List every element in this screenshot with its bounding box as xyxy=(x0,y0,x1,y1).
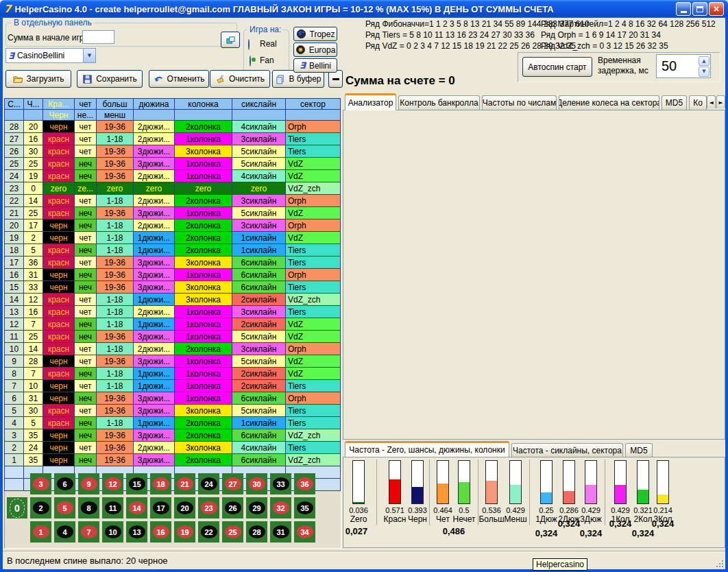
board-number-26[interactable]: 26 xyxy=(222,497,243,519)
copy-to-clipboard-icon xyxy=(275,74,285,84)
board-number-27[interactable]: 27 xyxy=(222,473,243,494)
board-number-0[interactable]: 0 xyxy=(7,497,27,519)
delay-spinner-up-button[interactable]: ▲ xyxy=(699,56,709,67)
clear-button[interactable]: Очистить xyxy=(210,70,270,88)
history-cell: 19-36 xyxy=(97,257,134,269)
clear-button-label: Очистить xyxy=(229,74,265,84)
history-cell: 2дюжи... xyxy=(134,121,175,133)
tab-wheel-sectors[interactable]: Деление колеса на сектора xyxy=(559,95,659,110)
maximize-button[interactable] xyxy=(692,2,707,16)
history-cell: 4сиклайн xyxy=(232,170,286,182)
board-number-12[interactable]: 12 xyxy=(102,473,123,494)
combo-dropdown-button[interactable]: ▼ xyxy=(83,49,95,62)
board-number-28[interactable]: 28 xyxy=(246,521,267,543)
history-cell: 5сиклайн xyxy=(232,331,286,343)
board-number-32[interactable]: 32 xyxy=(270,497,291,519)
board-number-11[interactable]: 11 xyxy=(102,497,123,519)
start-sum-label: Сумма в начале игры xyxy=(8,33,90,43)
delay-spinner-down-button[interactable]: ▼ xyxy=(699,67,709,77)
board-number-21[interactable]: 21 xyxy=(174,473,195,494)
tab-more[interactable]: Ко xyxy=(689,95,707,110)
undo-button[interactable]: Отменить xyxy=(149,70,209,88)
radio-real-label: Real xyxy=(260,39,277,49)
minimize-button[interactable] xyxy=(676,2,691,16)
tropez-button[interactable]: Tropez xyxy=(293,27,337,41)
history-cell: черн xyxy=(43,429,75,442)
history-cell: Tiers xyxy=(286,417,341,429)
board-number-4[interactable]: 4 xyxy=(54,521,75,543)
history-cell: 6сиклайн xyxy=(232,429,286,442)
history-cell: 1колонка xyxy=(175,355,232,368)
history-cell: красн xyxy=(43,405,75,417)
history-cell: 19 xyxy=(24,170,43,182)
europa-button[interactable]: Europa xyxy=(293,43,337,57)
load-button[interactable]: Загрузить xyxy=(5,70,71,88)
board-number-6[interactable]: 6 xyxy=(54,473,75,494)
board-number-24[interactable]: 24 xyxy=(198,473,219,494)
board-number-9[interactable]: 9 xyxy=(78,473,99,494)
board-number-36[interactable]: 36 xyxy=(294,473,315,494)
board-number-23[interactable]: 23 xyxy=(198,497,219,519)
board-number-13[interactable]: 13 xyxy=(126,521,147,543)
board-number-2[interactable]: 2 xyxy=(30,497,51,519)
tab-frequencies-by-numbers[interactable]: Частоты по числам xyxy=(482,95,557,110)
board-number-31[interactable]: 31 xyxy=(270,521,291,543)
board-number-3[interactable]: 3 xyxy=(30,473,51,494)
board-number-16[interactable]: 16 xyxy=(150,521,171,543)
board-number-29[interactable]: 29 xyxy=(246,497,267,519)
board-number-14[interactable]: 14 xyxy=(126,497,147,519)
board-number-15[interactable]: 15 xyxy=(126,473,147,494)
bellini-button[interactable]: ƎBellini xyxy=(293,58,337,73)
board-number-33[interactable]: 33 xyxy=(270,473,291,494)
history-cell: 3сиклайн xyxy=(232,343,286,355)
freq-tab-md5[interactable]: MD5 xyxy=(625,443,653,457)
save-button[interactable]: Сохранить xyxy=(77,70,143,88)
board-number-25[interactable]: 25 xyxy=(222,521,243,543)
history-cell: 25 xyxy=(24,207,43,219)
board-number-22[interactable]: 22 xyxy=(198,521,219,543)
history-cell: Tiers xyxy=(286,244,341,257)
freq-total-col2: 0,324 xyxy=(628,528,658,538)
history-cell: красн xyxy=(43,145,75,158)
tab-md5[interactable]: MD5 xyxy=(662,95,687,110)
balance-label: Сумма на счете = 0 xyxy=(345,74,455,88)
history-cell: неч xyxy=(75,219,97,232)
history-cell: 1дюжи... xyxy=(134,318,175,331)
board-number-8[interactable]: 8 xyxy=(78,497,99,519)
tab-analyzer[interactable]: Анализатор xyxy=(345,93,396,110)
freq-bar-fill-dozen1 xyxy=(541,492,552,503)
board-number-1[interactable]: 1 xyxy=(30,521,51,543)
autospin-start-button[interactable]: Автоспин старт xyxy=(522,57,592,77)
detach-panel-button[interactable] xyxy=(221,32,240,48)
close-button[interactable]: × xyxy=(709,2,724,16)
board-number-19[interactable]: 19 xyxy=(174,521,195,543)
board-number-10[interactable]: 10 xyxy=(102,521,123,543)
freq-tab-zero-chances-dozens-columns[interactable]: Частота - Zero, шансы, дюжины, колонки xyxy=(345,441,509,457)
history-cell: 1колонка xyxy=(175,170,232,182)
history-cell: 5сиклайн xyxy=(232,207,286,219)
delay-spinner-value[interactable]: 50 xyxy=(657,55,698,78)
board-number-17[interactable]: 17 xyxy=(150,497,171,519)
history-cell: черн xyxy=(43,392,75,405)
board-number-30[interactable]: 30 xyxy=(246,473,267,494)
tab-bankroll-control[interactable]: Контроль банкролла xyxy=(398,95,480,110)
board-number-35[interactable]: 35 xyxy=(294,497,315,519)
radio-fan[interactable] xyxy=(250,56,251,67)
board-number-20[interactable]: 20 xyxy=(174,497,195,519)
casino-select[interactable]: Ǝ CasinoBellini ▼ xyxy=(5,48,96,63)
tabs-scroll-right-button[interactable]: ► xyxy=(716,95,725,108)
freq-tab-sixlines-sectors[interactable]: Частота - сиклайны, сектора xyxy=(511,443,623,457)
board-number-7[interactable]: 7 xyxy=(78,521,99,543)
board-number-18[interactable]: 18 xyxy=(150,473,171,494)
history-cell: красн xyxy=(43,318,75,331)
resize-grip-icon[interactable] xyxy=(716,560,724,568)
history-cell xyxy=(5,479,24,491)
history-cell: 6сиклайн xyxy=(232,454,286,466)
tabs-scroll-left-button[interactable]: ◄ xyxy=(707,95,716,108)
freq-bar-box-red xyxy=(389,460,401,504)
board-number-5[interactable]: 5 xyxy=(54,497,75,519)
start-sum-input[interactable] xyxy=(82,30,114,44)
board-number-34[interactable]: 34 xyxy=(294,521,315,543)
freq-bar-value-low: 0.429 xyxy=(502,506,529,514)
radio-real[interactable] xyxy=(248,39,250,50)
